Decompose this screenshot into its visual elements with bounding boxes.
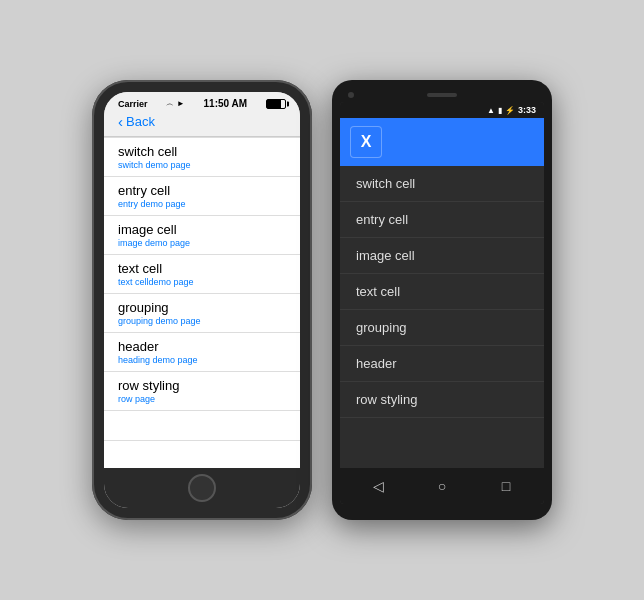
iphone-item-subtitle: entry demo page	[118, 199, 286, 209]
android-list-item-image-cell[interactable]: image cell	[340, 238, 544, 274]
iphone-item-title: row styling	[118, 378, 286, 393]
iphone-list-item-grouping[interactable]: grouping grouping demo page	[104, 294, 300, 333]
iphone-list-item-image-cell[interactable]: image cell image demo page	[104, 216, 300, 255]
android-charging-icon: ⚡	[505, 106, 515, 115]
iphone-time: 11:50 AM	[204, 98, 248, 109]
android-speaker	[427, 93, 457, 97]
android-list-item-entry-cell[interactable]: entry cell	[340, 202, 544, 238]
iphone-list-item-text-cell[interactable]: text cell text celldemo page	[104, 255, 300, 294]
android-item-text: entry cell	[356, 212, 408, 227]
iphone-list-item-switch-cell[interactable]: switch cell switch demo page	[104, 137, 300, 177]
iphone-list-item-entry-cell[interactable]: entry cell entry demo page	[104, 177, 300, 216]
iphone-list-item-header[interactable]: header heading demo page	[104, 333, 300, 372]
iphone-empty-row	[104, 411, 300, 441]
android-list-item-switch-cell[interactable]: switch cell	[340, 166, 544, 202]
android-recent-icon: □	[502, 478, 510, 494]
android-item-text: image cell	[356, 248, 415, 263]
iphone-item-subtitle: heading demo page	[118, 355, 286, 365]
android-item-text: header	[356, 356, 396, 371]
iphone-device: Carrier ︵ ► 11:50 AM ‹ Back sw	[92, 80, 312, 520]
iphone-home-area	[104, 468, 300, 508]
iphone-item-subtitle: switch demo page	[118, 160, 286, 170]
android-status-bar: ▲ ▮ ⚡ 3:33	[340, 102, 544, 118]
android-app-logo: X	[350, 126, 382, 158]
iphone-home-button[interactable]	[188, 474, 216, 502]
android-device: ▲ ▮ ⚡ 3:33 X switch cell	[332, 80, 552, 520]
iphone-battery-icon	[266, 99, 286, 109]
iphone-list: switch cell switch demo page entry cell …	[104, 137, 300, 468]
android-item-text: row styling	[356, 392, 417, 407]
iphone-item-subtitle: image demo page	[118, 238, 286, 248]
android-item-text: text cell	[356, 284, 400, 299]
android-list-item-grouping[interactable]: grouping	[340, 310, 544, 346]
android-home-button[interactable]: ○	[430, 474, 454, 498]
android-camera	[348, 92, 354, 98]
iphone-nav-bar: ‹ Back	[104, 109, 300, 137]
android-back-button[interactable]: ◁	[366, 474, 390, 498]
iphone-item-subtitle: row page	[118, 394, 286, 404]
android-screen: ▲ ▮ ⚡ 3:33 X switch cell	[340, 102, 544, 504]
android-top-physical	[340, 90, 544, 102]
android-home-icon: ○	[438, 478, 446, 494]
android-list: switch cell entry cell image cell text c…	[340, 166, 544, 468]
iphone-status-bar: Carrier ︵ ► 11:50 AM	[104, 92, 300, 109]
android-list-item-text-cell[interactable]: text cell	[340, 274, 544, 310]
iphone-empty-row	[104, 441, 300, 468]
android-app-header: X	[340, 118, 544, 166]
iphone-item-subtitle: text celldemo page	[118, 277, 286, 287]
android-recent-button[interactable]: □	[494, 474, 518, 498]
iphone-item-title: grouping	[118, 300, 286, 315]
iphone-back-chevron-icon: ‹	[118, 113, 123, 130]
android-back-icon: ◁	[373, 478, 384, 494]
iphone-item-title: image cell	[118, 222, 286, 237]
android-item-text: grouping	[356, 320, 407, 335]
android-list-item-row-styling[interactable]: row styling	[340, 382, 544, 418]
iphone-carrier: Carrier	[118, 99, 148, 109]
android-item-text: switch cell	[356, 176, 415, 191]
iphone-item-title: entry cell	[118, 183, 286, 198]
iphone-item-subtitle: grouping demo page	[118, 316, 286, 326]
android-time: 3:33	[518, 105, 536, 115]
iphone-list-item-row-styling[interactable]: row styling row page	[104, 372, 300, 411]
iphone-back-button[interactable]: ‹ Back	[118, 113, 286, 130]
android-list-item-header[interactable]: header	[340, 346, 544, 382]
android-logo-text: X	[361, 133, 372, 151]
iphone-item-title: text cell	[118, 261, 286, 276]
iphone-item-title: switch cell	[118, 144, 286, 159]
android-signal-icon: ▮	[498, 106, 502, 115]
android-status-icons: ▲ ▮ ⚡ 3:33	[487, 105, 536, 115]
android-bottom-physical	[340, 504, 544, 510]
android-wifi-icon: ▲	[487, 106, 495, 115]
iphone-back-label: Back	[126, 114, 155, 129]
android-nav-bar: ◁ ○ □	[340, 468, 544, 504]
iphone-item-title: header	[118, 339, 286, 354]
